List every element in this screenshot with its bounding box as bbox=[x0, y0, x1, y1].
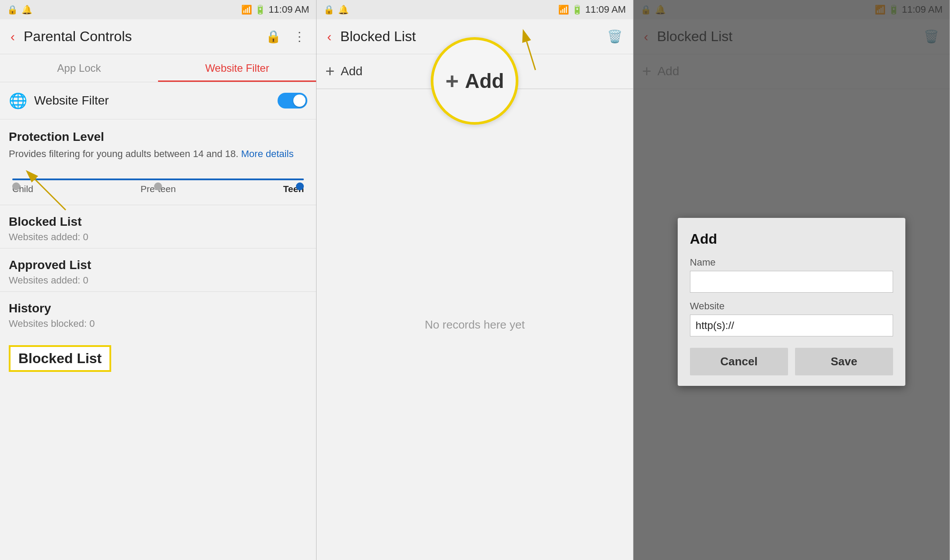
slider-dot-child bbox=[12, 182, 20, 190]
website-filter-row: 🌐 Website Filter bbox=[0, 82, 316, 119]
dialog-title: Add bbox=[690, 231, 893, 247]
trash-icon-2[interactable]: 🗑️ bbox=[604, 28, 626, 46]
panel-blocked-list: 🔒 🔔 📶 🔋 11:09 AM ‹ Blocked List 🗑️ + Add… bbox=[317, 0, 633, 560]
status-bar-1: 🔒 🔔 📶 🔋 11:09 AM bbox=[0, 0, 316, 19]
blocked-list-annotation-box: Blocked List bbox=[9, 345, 111, 372]
panel-blocked-list-dialog: 🔒 🔔 📶 🔋 11:09 AM ‹ Blocked List 🗑️ + Add… bbox=[633, 0, 950, 560]
battery-icon: 🔋 bbox=[255, 4, 266, 15]
name-input[interactable] bbox=[690, 271, 893, 293]
tab-website-filter[interactable]: Website Filter bbox=[158, 54, 316, 82]
add-label-2: Add bbox=[341, 64, 362, 78]
callout-add-label: Add bbox=[465, 69, 504, 93]
history-item[interactable]: History Websites blocked: 0 bbox=[0, 292, 316, 335]
slider-fill bbox=[12, 178, 304, 180]
alarm-icon: 🔔 bbox=[21, 4, 32, 15]
save-button[interactable]: Save bbox=[795, 348, 893, 375]
slider-track bbox=[12, 178, 304, 180]
signal-icon-2: 📶 bbox=[558, 4, 569, 15]
panel-parental-controls: 🔒 🔔 📶 🔋 11:09 AM ‹ Parental Controls 🔒 ⋮… bbox=[0, 0, 317, 560]
protection-level-title: Protection Level bbox=[9, 130, 307, 144]
website-field-label: Website bbox=[690, 301, 893, 312]
overflow-menu-1[interactable]: ⋮ bbox=[290, 28, 309, 46]
signal-icon: 📶 bbox=[241, 4, 252, 15]
tab-app-lock[interactable]: App Lock bbox=[0, 54, 158, 82]
empty-state-2: No records here yet bbox=[317, 89, 633, 560]
lock-icon-1: 🔒 bbox=[262, 28, 285, 46]
sim-icon: 🔒 bbox=[7, 4, 18, 15]
website-filter-label: Website Filter bbox=[34, 94, 271, 108]
globe-icon: 🌐 bbox=[9, 92, 27, 109]
panel1-content: 🌐 Website Filter Protection Level Provid… bbox=[0, 82, 316, 560]
slider-dot-teen bbox=[296, 182, 304, 190]
status-icons-right-1: 📶 🔋 11:09 AM bbox=[241, 4, 309, 15]
callout-circle: + Add bbox=[431, 37, 518, 125]
history-title: History bbox=[9, 301, 307, 315]
protection-slider[interactable]: Child Pre-teen Teen bbox=[9, 163, 307, 198]
callout-plus-icon: + bbox=[446, 68, 459, 94]
sim-icon-2: 🔒 bbox=[324, 4, 334, 15]
website-input[interactable] bbox=[690, 315, 893, 336]
status-bar-2: 🔒 🔔 📶 🔋 11:09 AM bbox=[317, 0, 633, 19]
status-icons-left-2: 🔒 🔔 bbox=[324, 4, 349, 15]
plus-icon-2: + bbox=[325, 62, 334, 80]
more-details-link[interactable]: More details bbox=[241, 148, 294, 159]
status-icons-left-1: 🔒 🔔 bbox=[7, 4, 32, 15]
status-icons-right-2: 📶 🔋 11:09 AM bbox=[558, 4, 626, 15]
status-time-2: 11:09 AM bbox=[585, 4, 626, 15]
status-time-1: 11:09 AM bbox=[268, 4, 309, 15]
dialog-buttons: Cancel Save bbox=[690, 348, 893, 375]
approved-list-sub: Websites added: 0 bbox=[9, 275, 307, 286]
blocked-list-sub: Websites added: 0 bbox=[9, 231, 307, 243]
dialog-overlay[interactable]: Add Name Website Cancel Save bbox=[633, 0, 950, 560]
page-title-1: Parental Controls bbox=[24, 28, 257, 45]
protection-level-section: Protection Level Provides filtering for … bbox=[0, 119, 316, 205]
slider-dot-preteen bbox=[154, 182, 162, 190]
app-bar-1: ‹ Parental Controls 🔒 ⋮ bbox=[0, 19, 316, 54]
slider-dots bbox=[12, 186, 304, 190]
tabs-row-1: App Lock Website Filter bbox=[0, 54, 316, 82]
approved-list-title: Approved List bbox=[9, 258, 307, 272]
back-button-1[interactable]: ‹ bbox=[7, 28, 18, 46]
blocked-list-item[interactable]: Blocked List Websites added: 0 bbox=[0, 205, 316, 248]
alarm-icon-2: 🔔 bbox=[338, 4, 349, 15]
add-dialog: Add Name Website Cancel Save bbox=[678, 218, 905, 386]
battery-icon-2: 🔋 bbox=[572, 4, 583, 15]
blocked-list-title: Blocked List bbox=[9, 215, 307, 229]
approved-list-item[interactable]: Approved List Websites added: 0 bbox=[0, 248, 316, 292]
cancel-button[interactable]: Cancel bbox=[690, 348, 788, 375]
back-button-2[interactable]: ‹ bbox=[324, 28, 335, 46]
website-filter-toggle[interactable] bbox=[278, 93, 307, 108]
history-sub: Websites blocked: 0 bbox=[9, 318, 307, 329]
protection-level-desc: Provides filtering for young adults betw… bbox=[9, 147, 307, 161]
name-field-label: Name bbox=[690, 257, 893, 268]
